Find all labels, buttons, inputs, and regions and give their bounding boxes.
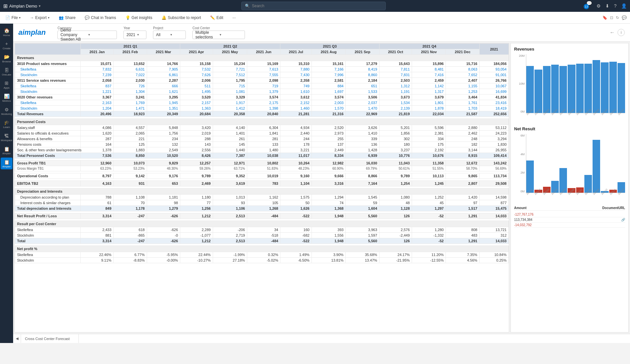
document-link-icon[interactable]: 🔗 <box>621 218 625 222</box>
sidebar-item-aimplan-demo[interactable]: 📋 Aimplan <box>1 144 12 156</box>
section-header: Personnel Costs <box>15 119 509 125</box>
cost-center-filter-select[interactable]: Multiple selections ▾ <box>192 31 245 39</box>
revenue-bar <box>576 64 584 113</box>
settings-icon[interactable]: ⚙ <box>597 3 601 9</box>
sidebar-item-aimplan-active[interactable]: 📋 Aimplan <box>1 158 12 169</box>
table-cell: 126 <box>379 213 412 219</box>
table-row-label: Depreciation according to plan <box>15 195 81 200</box>
table-cell: 2,358 <box>280 78 312 83</box>
edit-button[interactable]: ✏️ Edit <box>208 14 225 21</box>
sidebar-item-learn[interactable]: 🎓 Learn <box>1 118 12 130</box>
table-cell: 8,915 <box>446 153 479 159</box>
table-cell: 48 <box>379 200 412 206</box>
table-cell: 13,652 <box>114 61 147 67</box>
sidebar-item-monitoring[interactable]: ⚙ Monitoring <box>1 105 12 117</box>
table-cell: 1,471 <box>114 106 147 111</box>
table-cell: 1,254 <box>379 181 412 186</box>
more-options[interactable]: ··· <box>230 14 238 21</box>
table-cell: 2,175 <box>247 100 280 106</box>
table-cell: 2,556 <box>180 147 213 153</box>
download-icon[interactable]: ⬇ <box>605 3 609 9</box>
table-cell: 8,797 <box>81 173 114 179</box>
view-icon[interactable]: ⊡ <box>610 15 613 20</box>
table-cell: 15,475 <box>479 206 509 211</box>
table-cell: 126 <box>379 238 412 244</box>
table-cell: 3,506 <box>346 95 379 100</box>
table-header-q1: 2021 Q1 <box>81 44 180 49</box>
table-cell: 221 <box>114 136 147 142</box>
profile-icon[interactable]: 👤 <box>621 3 627 9</box>
table-cell: 1,945 <box>147 100 180 106</box>
table-cell: 11,043 <box>379 161 412 166</box>
share-button[interactable]: 👥 Share <box>57 14 77 21</box>
table-cell: 2,581 <box>312 78 346 83</box>
app-title[interactable]: ⊞ Aimplan Demo ▾ <box>3 3 41 9</box>
comment-icon[interactable]: 💬 <box>622 15 627 20</box>
table-cell: 1,294 <box>312 195 346 200</box>
table-cell: 2,459 <box>412 78 446 83</box>
table-cell: 143 <box>180 142 213 147</box>
table-cell: 1,545 <box>346 195 379 200</box>
table-cell: 1,610 <box>280 89 312 95</box>
sidebar-item-home[interactable]: 🏠 Home <box>1 26 12 38</box>
export-button[interactable]: → Export ▾ <box>28 14 52 21</box>
table-cell: 2,065 <box>114 131 147 136</box>
table-row-label: Stockholm <box>15 72 81 78</box>
table-cell: 1,401 <box>213 131 247 136</box>
table-cell: 3,367 <box>81 95 114 100</box>
sidebar-item-metrics[interactable]: 📊 Metrics <box>1 92 12 104</box>
sidebar: 🏠 Home + Create 📂 Browse 🗄 OneLake ⊞ App… <box>0 24 13 343</box>
table-cell: 7,532 <box>180 67 213 72</box>
sidebar-item-apps[interactable]: ⊞ Apps <box>1 79 12 91</box>
table-cell: 783 <box>247 181 280 186</box>
table-cell: 1,756 <box>147 131 180 136</box>
table-cell: 45 <box>412 200 446 206</box>
table-cell: 9.11% <box>81 258 114 263</box>
file-menu[interactable]: 📄 File ▾ <box>3 14 23 21</box>
table-cell: 21,819 <box>379 111 412 117</box>
table-cell: 3,294 <box>479 136 509 142</box>
sidebar-item-create[interactable]: + Create <box>1 39 12 51</box>
table-cell: 143,242 <box>479 161 509 166</box>
table-cell: 3.90% <box>312 252 346 258</box>
insights-button[interactable]: 💡 Get insights <box>123 14 154 21</box>
table-row-label: Soc. & other fees under law/agreements <box>15 147 81 153</box>
table-cell: 16,030 <box>346 161 379 166</box>
table-cell: 1,795 <box>213 78 247 83</box>
table-cell: 48.30% <box>147 166 180 171</box>
subscribe-button[interactable]: 🔔 Subscribe to report <box>160 14 203 21</box>
year-filter-select[interactable]: 2021 ▾ <box>123 31 146 39</box>
sidebar-item-workspaces[interactable]: 🏗 Workspace <box>1 131 12 143</box>
chat-teams-button[interactable]: 💬 Chat in Teams <box>83 14 118 21</box>
back-icon[interactable]: ← <box>610 30 615 35</box>
tab-nav-prev[interactable]: ◀ <box>13 334 21 343</box>
table-cell: 2,157 <box>180 100 213 106</box>
table-row-label: Stockholm <box>15 106 81 111</box>
table-cell: 1,412 <box>213 106 247 111</box>
bookmark-icon[interactable]: 🔖 <box>602 15 607 20</box>
table-cell: 15,158 <box>180 61 213 67</box>
col-apr: 2021 Apr <box>180 49 213 55</box>
project-filter-select[interactable]: All ▾ <box>153 31 186 39</box>
table-cell: 21,281 <box>280 111 312 117</box>
sidebar-item-onelake[interactable]: 🗄 OneLake <box>1 66 12 77</box>
notification-icon[interactable]: 💬 13 <box>586 1 592 11</box>
table-cell: -5.95% <box>147 252 180 258</box>
table-cell: 53.23% <box>114 166 147 171</box>
table-cell: 51.55% <box>412 166 446 171</box>
table-cell: 184,056 <box>479 61 509 67</box>
table-cell: 2,163 <box>81 100 114 106</box>
table-cell: 3,237 <box>379 147 412 153</box>
table-cell: 666 <box>147 83 180 89</box>
refresh-icon[interactable]: ↻ <box>616 15 619 20</box>
table-row-label: Interest costs & similar charges <box>15 200 81 206</box>
table-section[interactable]: 2021 Q1 2021 Q2 2021 Q3 2021 Q4 2021 202… <box>14 43 509 332</box>
revenue-bar <box>601 62 608 113</box>
sidebar-item-browse[interactable]: 📂 Browse <box>1 53 12 64</box>
help-icon[interactable]: ? <box>614 3 617 9</box>
tab-item[interactable]: Cross Cost Center Forecast <box>21 334 79 343</box>
company-filter-select[interactable]: Demo Company Sweden AB ▾ <box>57 31 117 39</box>
table-cell: 113,734 <box>479 173 509 179</box>
info-icon[interactable]: i <box>618 29 625 36</box>
search-box[interactable]: 🔍 Search <box>241 2 386 10</box>
